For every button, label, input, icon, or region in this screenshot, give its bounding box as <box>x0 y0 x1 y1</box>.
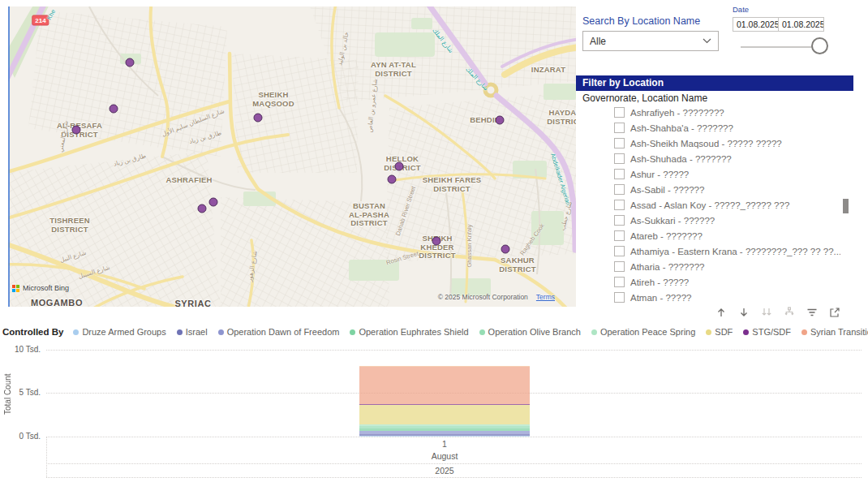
date-slicer-title: Date <box>733 5 749 14</box>
date-start-input[interactable] <box>733 17 779 32</box>
chart-bar-segment[interactable] <box>359 405 530 424</box>
item-checkbox[interactable] <box>614 246 625 256</box>
item-checkbox[interactable] <box>614 277 625 287</box>
map-district-label: AYN AT-TAL DISTRICT <box>371 61 416 78</box>
item-checkbox[interactable] <box>614 261 625 272</box>
map-district-label: SHEIKH MAQSOOD <box>252 91 294 108</box>
map-location-dot[interactable] <box>501 245 510 254</box>
filter-list-item[interactable]: Ashur - ????? <box>576 166 840 182</box>
filter-list-item[interactable]: Athamiya - Eastern Krana - ????????_??? … <box>576 243 840 259</box>
item-checkbox[interactable] <box>614 184 625 195</box>
copyright-text: © 2025 Microsoft Corporation <box>438 293 528 301</box>
legend-item: Druze Armed Groups <box>73 327 165 337</box>
chart-bar-segment[interactable] <box>359 436 530 437</box>
item-label: Atareb - ??????? <box>630 231 703 241</box>
map-location-dot[interactable] <box>209 198 218 207</box>
chart-bar-segment[interactable] <box>359 367 530 404</box>
date-slider-handle[interactable] <box>811 37 828 54</box>
legend-title: Controlled By <box>2 327 63 337</box>
powerbi-dashboard: 214 AL-RESAFA DISTRICTSHEIKH MAQSOODAYN … <box>0 0 868 482</box>
x-label-year: 2025 <box>359 466 530 476</box>
filter-icon[interactable] <box>806 306 819 319</box>
legend-item: Israel <box>177 327 208 337</box>
map-location-dot[interactable] <box>432 237 441 246</box>
legend-swatch <box>350 329 355 335</box>
chart-bar-segment[interactable] <box>359 431 530 434</box>
legend-item: Operation Euphrates Shield <box>350 327 468 337</box>
map-location-dot[interactable] <box>388 175 397 184</box>
filter-toolbar <box>715 306 841 319</box>
filter-list-item[interactable]: Atharia - ??????? <box>576 259 840 274</box>
map-location-dot[interactable] <box>496 116 505 125</box>
filter-list-item[interactable]: Atman - ????? <box>576 290 840 305</box>
map-location-dot[interactable] <box>126 58 135 67</box>
item-checkbox[interactable] <box>614 138 625 148</box>
filter-list-item[interactable]: Atireh - ????? <box>576 274 840 290</box>
filter-list-item[interactable]: As-Sukkari - ?????? <box>576 213 840 228</box>
filter-list-item[interactable]: Ash-Sheikh Maqsoud - ????? ????? <box>576 136 840 151</box>
item-checkbox[interactable] <box>614 107 625 118</box>
map-street-label: Abdelkader Algerian <box>549 153 572 207</box>
location-filter-list: Ashrafiyeh - ????????Ash-Shahba'a - ????… <box>576 105 840 306</box>
chart-legend: Controlled By Druze Armed GroupsIsraelOp… <box>2 327 868 337</box>
map-location-dot[interactable] <box>72 126 81 135</box>
map-district-label: SAKHUR DISTRICT <box>499 256 535 273</box>
item-checkbox[interactable] <box>614 292 625 303</box>
item-label: As-Sukkari - ?????? <box>630 216 715 226</box>
legend-label: Syrian Transitional Government <box>810 327 868 337</box>
map-district-label: MOGAMBO <box>31 299 83 307</box>
map-district-label: BUSTAN AL-PASHA DISTRICT <box>349 202 389 228</box>
filter-list-item[interactable]: Atareb - ??????? <box>576 228 840 243</box>
filter-list-item[interactable]: Ash-Shahba'a - ??????? <box>576 120 840 136</box>
map-district-label: ASHRAFIEH <box>165 176 212 185</box>
filter-list-item[interactable]: Assad - Aslan Koy - ?????_????? ??? <box>576 197 840 213</box>
chart-bar-segment[interactable] <box>359 434 530 436</box>
map-location-dot[interactable] <box>254 114 263 123</box>
chart-legend-items: Druze Armed GroupsIsraelOperation Dawn o… <box>73 327 868 337</box>
map-visual[interactable]: 214 AL-RESAFA DISTRICTSHEIKH MAQSOODAYN … <box>8 6 576 307</box>
focus-mode-icon[interactable] <box>828 306 841 319</box>
terms-link[interactable]: Terms <box>536 293 555 301</box>
item-checkbox[interactable] <box>614 153 625 164</box>
filter-list-item[interactable]: As-Sabil - ?????? <box>576 182 840 197</box>
microsoft-logo-icon <box>12 285 19 292</box>
axis-separator <box>46 477 862 478</box>
map-street-label: طارق بن زياد <box>188 129 222 145</box>
legend-swatch <box>591 329 597 335</box>
map-location-dot[interactable] <box>198 204 207 213</box>
filter-panel-header: Filter by Location <box>576 75 853 91</box>
map-district-label: INZARAT <box>531 66 565 75</box>
map-street-label: Dahab River Street <box>394 185 417 236</box>
chart-bar-segment[interactable] <box>359 424 530 427</box>
scroll-up-icon[interactable] <box>715 306 728 319</box>
date-slider-track[interactable] <box>741 46 812 48</box>
legend-label: Druze Armed Groups <box>82 327 165 337</box>
item-checkbox[interactable] <box>614 123 625 133</box>
legend-swatch <box>177 329 183 335</box>
legend-label: Israel <box>186 327 208 337</box>
expand-all-icon[interactable] <box>760 306 773 319</box>
date-end-input[interactable] <box>778 17 824 32</box>
scroll-down-icon[interactable] <box>737 306 750 319</box>
map-copyright: © 2025 Microsoft CorporationTerms <box>438 293 555 301</box>
stacked-area-bar <box>359 350 530 437</box>
chart-bar-segment[interactable] <box>359 404 530 405</box>
filter-list-item[interactable]: Ashrafiyeh - ???????? <box>576 105 840 120</box>
bing-attribution: Microsoft Bing <box>12 284 69 292</box>
map-location-dot[interactable] <box>395 162 404 171</box>
map-district-label: SYRIAC <box>174 299 211 307</box>
search-dropdown[interactable]: Alle <box>582 31 719 51</box>
chart-bar-segment[interactable] <box>359 428 530 431</box>
item-checkbox[interactable] <box>614 215 625 226</box>
chart-bar-segment[interactable] <box>359 366 530 367</box>
item-checkbox[interactable] <box>614 169 625 179</box>
legend-swatch <box>73 329 79 335</box>
filter-list-scrollbar[interactable] <box>843 199 849 213</box>
map-street-label: Rosin Street <box>385 250 419 267</box>
item-checkbox[interactable] <box>614 230 625 241</box>
filter-list-item[interactable]: Ash-Shuhada - ??????? <box>576 151 840 166</box>
expand-tree-icon[interactable] <box>783 306 796 319</box>
map-location-dot[interactable] <box>110 105 118 114</box>
chart-bar-segment[interactable] <box>359 426 530 428</box>
item-checkbox[interactable] <box>614 200 625 210</box>
